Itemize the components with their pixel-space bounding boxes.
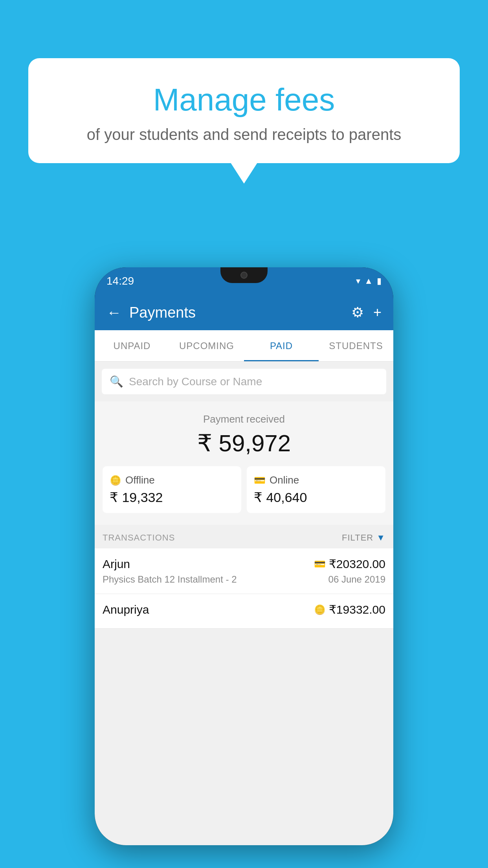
online-payment-card: 💳 Online ₹ 40,640 — [247, 466, 385, 513]
status-bar: 14:29 ▾ ▲ ▮ — [95, 267, 393, 295]
transaction-date: 06 June 2019 — [328, 574, 385, 585]
tab-paid[interactable]: PAID — [244, 330, 319, 361]
phone-notch — [220, 267, 268, 283]
battery-icon: ▮ — [377, 276, 382, 286]
transactions-header: TRANSACTIONS FILTER ▼ — [95, 525, 393, 548]
settings-icon[interactable]: ⚙ — [351, 304, 364, 321]
transaction-amount: ₹20320.00 — [329, 557, 385, 571]
app-header: ← Payments ⚙ + — [95, 295, 393, 330]
search-icon: 🔍 — [110, 375, 123, 388]
tab-upcoming[interactable]: UPCOMING — [169, 330, 244, 361]
transaction-detail: Physics Batch 12 Installment - 2 — [103, 574, 237, 585]
tab-unpaid[interactable]: UNPAID — [95, 330, 169, 361]
back-button[interactable]: ← — [106, 304, 121, 321]
search-bar[interactable]: 🔍 Search by Course or Name — [102, 369, 386, 394]
transaction-amount: ₹19332.00 — [329, 603, 385, 616]
signal-icon: ▲ — [364, 276, 373, 286]
transaction-row-bottom: Physics Batch 12 Installment - 2 06 June… — [103, 574, 385, 585]
phone-device: 14:29 ▾ ▲ ▮ ← Payments ⚙ + UNPAID UPCOMI… — [95, 267, 393, 845]
payment-received-label: Payment received — [103, 413, 385, 425]
app-background: Manage fees of your students and send re… — [0, 0, 488, 868]
transaction-cash-icon: 🪙 — [314, 604, 326, 615]
offline-label: Offline — [125, 474, 155, 486]
transactions-label: TRANSACTIONS — [103, 533, 175, 543]
tabs-bar: UNPAID UPCOMING PAID STUDENTS — [95, 330, 393, 362]
table-row[interactable]: Anupriya 🪙 ₹19332.00 — [95, 594, 393, 629]
camera-dot — [240, 272, 248, 279]
online-card-header: 💳 Online — [254, 474, 378, 486]
app-title: Payments — [129, 304, 343, 321]
filter-label: FILTER — [342, 533, 373, 543]
online-icon: 💳 — [254, 475, 266, 486]
transaction-name: Arjun — [103, 557, 130, 571]
transaction-row-top: Arjun 💳 ₹20320.00 — [103, 557, 385, 571]
transaction-card-icon: 💳 — [314, 559, 326, 570]
bubble-title: Manage fees — [48, 82, 440, 118]
add-icon[interactable]: + — [373, 304, 382, 321]
phone-screen: 🔍 Search by Course or Name Payment recei… — [95, 362, 393, 845]
offline-amount: ₹ 19,332 — [110, 489, 234, 505]
speech-bubble: Manage fees of your students and send re… — [28, 58, 460, 163]
status-time: 14:29 — [106, 275, 134, 287]
filter-icon: ▼ — [376, 533, 385, 543]
offline-card-header: 🪙 Offline — [110, 474, 234, 486]
search-placeholder: Search by Course or Name — [129, 375, 262, 388]
transaction-amount-row: 🪙 ₹19332.00 — [314, 603, 385, 616]
bubble-subtitle: of your students and send receipts to pa… — [48, 126, 440, 143]
offline-icon: 🪙 — [110, 475, 121, 486]
header-icons: ⚙ + — [351, 304, 382, 321]
tab-students[interactable]: STUDENTS — [319, 330, 393, 361]
filter-button[interactable]: FILTER ▼ — [342, 533, 385, 543]
online-label: Online — [270, 474, 299, 486]
table-row[interactable]: Arjun 💳 ₹20320.00 Physics Batch 12 Insta… — [95, 548, 393, 594]
transaction-row-top: Anupriya 🪙 ₹19332.00 — [103, 603, 385, 616]
online-amount: ₹ 40,640 — [254, 489, 378, 505]
transaction-amount-row: 💳 ₹20320.00 — [314, 557, 385, 571]
status-icons: ▾ ▲ ▮ — [356, 276, 382, 286]
transaction-name: Anupriya — [103, 603, 149, 616]
payment-summary: Payment received ₹ 59,972 🪙 Offline ₹ 19… — [95, 401, 393, 525]
wifi-icon: ▾ — [356, 276, 360, 286]
payment-cards: 🪙 Offline ₹ 19,332 💳 Online ₹ 40,640 — [103, 466, 385, 513]
offline-payment-card: 🪙 Offline ₹ 19,332 — [103, 466, 241, 513]
payment-total-amount: ₹ 59,972 — [103, 429, 385, 457]
